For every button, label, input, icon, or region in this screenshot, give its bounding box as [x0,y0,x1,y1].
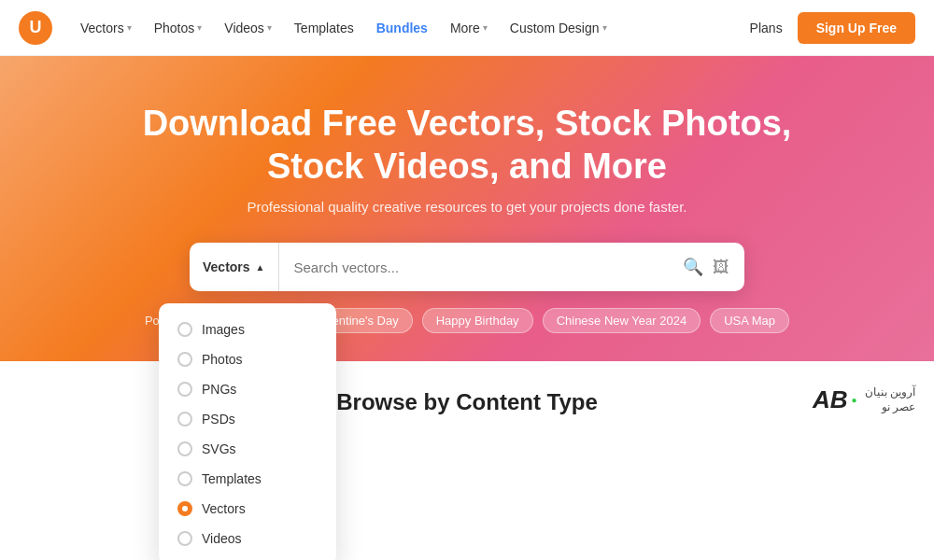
nav-videos[interactable]: Videos ▾ [215,15,281,41]
option-pngs-label: PNGs [202,382,236,397]
search-type-dropdown[interactable]: Vectors ▲ [190,243,279,291]
plans-link[interactable]: Plans [750,21,783,35]
watermark-logo: AB ● [813,385,857,414]
hero-section: Download Free Vectors, Stock Photos, Sto… [0,56,934,361]
option-svgs[interactable]: SVGs [159,434,336,464]
option-photos-label: Photos [202,352,243,367]
browse-section: Browse by Content Type AB ● آروین بنیان … [0,361,934,434]
nav-right: Plans Sign Up Free [750,12,915,44]
chevron-up-icon: ▲ [256,262,265,273]
tag-happy-birthday[interactable]: Happy Birthday [422,308,533,333]
nav-templates[interactable]: Templates [285,15,363,41]
radio-images [177,322,192,337]
watermark-dot: ● [852,395,857,405]
nav-custom-design[interactable]: Custom Design ▾ [501,15,616,41]
nav-vectors[interactable]: Vectors ▾ [71,15,141,41]
search-actions: 🔍 🖼 [668,257,744,277]
chevron-down-icon: ▾ [267,22,272,33]
nav-more[interactable]: More ▾ [441,15,497,41]
option-templates-label: Templates [202,471,262,486]
option-templates[interactable]: Templates [159,464,336,494]
watermark-ab: AB [813,385,848,414]
tag-chinese-new-year[interactable]: Chinese New Year 2024 [543,308,701,333]
chevron-down-icon: ▾ [197,22,202,33]
option-images[interactable]: Images [159,315,336,344]
tag-usa-map[interactable]: USA Map [710,308,789,333]
image-search-icon[interactable]: 🖼 [713,258,729,277]
option-photos[interactable]: Photos [159,344,336,374]
search-icon[interactable]: 🔍 [683,257,703,277]
radio-pngs [177,382,192,397]
hero-subtitle: Professional quality creative resources … [19,199,915,215]
logo-icon[interactable]: U [19,11,52,45]
option-vectors-label: Vectors [202,501,246,516]
radio-templates [177,471,192,486]
hero-title: Download Free Vectors, Stock Photos, Sto… [19,103,915,188]
search-type-menu: Images Photos PNGs PSDs SVGs Templates [159,303,336,560]
chevron-down-icon: ▾ [602,22,607,33]
radio-videos [177,531,192,546]
watermark: AB ● آروین بنیان عصر نو [813,385,915,416]
navbar: U Vectors ▾ Photos ▾ Videos ▾ Templates … [0,0,934,56]
browse-title: Browse by Content Type [19,389,915,415]
watermark-text: آروین بنیان عصر نو [865,385,915,416]
nav-photos[interactable]: Photos ▾ [145,15,212,41]
option-svgs-label: SVGs [202,441,236,456]
option-psds-label: PSDs [202,412,235,427]
chevron-down-icon: ▾ [127,22,132,33]
signup-button[interactable]: Sign Up Free [798,12,915,44]
radio-svgs [177,441,192,456]
option-vectors[interactable]: Vectors [159,494,336,524]
radio-vectors [177,501,192,516]
option-psds[interactable]: PSDs [159,404,336,434]
option-videos-label: Videos [202,531,242,546]
popular-tags: Popular: Background Valentine's Day Happ… [19,308,915,333]
nav-bundles[interactable]: Bundles [367,15,437,41]
search-type-label: Vectors [203,259,250,274]
radio-psds [177,412,192,427]
search-input[interactable] [279,243,669,291]
nav-items: Vectors ▾ Photos ▾ Videos ▾ Templates Bu… [71,15,750,41]
radio-photos [177,352,192,367]
search-box: Vectors ▲ 🔍 🖼 [190,243,744,291]
option-videos[interactable]: Videos [159,524,336,553]
option-images-label: Images [202,322,245,337]
option-pngs[interactable]: PNGs [159,374,336,404]
chevron-down-icon: ▾ [483,22,488,33]
